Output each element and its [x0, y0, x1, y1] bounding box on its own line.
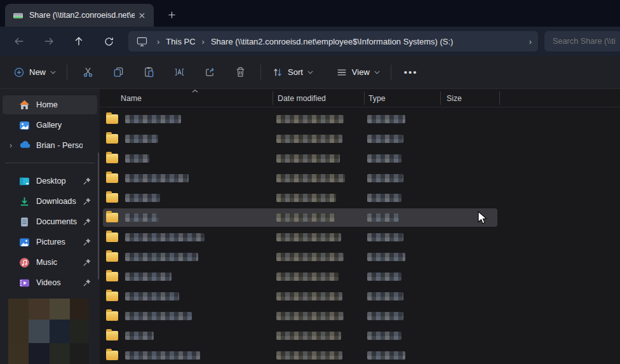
rename-button[interactable]: [166, 62, 192, 83]
column-separator[interactable]: [440, 91, 441, 105]
redacted-pixel: [8, 299, 29, 320]
redacted-date-modified: [276, 273, 339, 281]
window-body: HomeGallery›Brian - PersonalDesktopDownl…: [0, 89, 620, 364]
column-header-row: Name Date modified Type Size: [100, 89, 620, 107]
redacted-file-name: [125, 154, 149, 163]
redacted-file-type: [367, 273, 401, 281]
forward-button[interactable]: [38, 31, 60, 51]
column-header-name[interactable]: Name: [121, 94, 142, 103]
file-row-4[interactable]: [100, 168, 620, 188]
sidebar-item-music[interactable]: Music: [3, 253, 97, 272]
column-header-size[interactable]: Size: [447, 94, 462, 103]
sidebar-item-downloads[interactable]: Downloads: [3, 192, 97, 211]
paste-button[interactable]: [136, 62, 161, 83]
redacted-pixel: [70, 299, 89, 320]
redacted-pixel: [8, 320, 29, 343]
column-separator[interactable]: [499, 91, 500, 105]
onedrive-icon: [19, 140, 30, 151]
pin-icon: [83, 100, 91, 109]
tab-title: Share (\\titan2.conroeisd.net\e: [29, 11, 135, 20]
network-drive-icon: [13, 10, 24, 21]
pin-icon: [83, 177, 91, 185]
file-row-3[interactable]: [100, 149, 620, 168]
this-pc-icon: [136, 36, 148, 47]
view-button[interactable]: View: [330, 62, 386, 83]
pin-icon: [83, 238, 91, 246]
chevron-down-icon: [307, 71, 313, 74]
file-row-12[interactable]: [100, 326, 620, 346]
command-toolbar: New Sort: [0, 56, 620, 89]
redacted-date-modified: [276, 135, 342, 143]
sidebar-scrollbar[interactable]: [98, 152, 99, 280]
search-box[interactable]: [544, 31, 620, 51]
redacted-file-type: [367, 233, 403, 241]
cut-button[interactable]: [75, 62, 100, 83]
file-row-10[interactable]: [100, 286, 620, 306]
back-button[interactable]: [8, 31, 30, 51]
sidebar-item-label: Downloads: [36, 197, 83, 206]
share-button[interactable]: [197, 62, 222, 83]
file-row-2[interactable]: [100, 129, 620, 149]
file-explorer-window: Share (\\titan2.conroeisd.net\e › Th: [0, 0, 620, 364]
sidebar-item-brian-personal[interactable]: ›Brian - Personal: [3, 136, 97, 155]
column-header-date-modified[interactable]: Date modified: [278, 94, 326, 103]
sidebar-item-pictures[interactable]: Pictures: [3, 233, 97, 252]
more-options-button[interactable]: •••: [396, 67, 426, 78]
redacted-date-modified: [276, 351, 342, 360]
search-input[interactable]: [553, 37, 620, 46]
redacted-date-modified: [276, 233, 341, 241]
sidebar-item-gallery[interactable]: Gallery: [3, 116, 97, 135]
sort-button-label: Sort: [288, 67, 303, 77]
copy-button[interactable]: [105, 62, 131, 83]
sidebar-items: HomeGallery›Brian - PersonalDesktopDownl…: [0, 95, 100, 292]
redacted-pixel: [50, 343, 70, 364]
chevron-down-icon: [50, 71, 56, 74]
titlebar[interactable]: Share (\\titan2.conroeisd.net\e: [0, 0, 620, 27]
file-row-6[interactable]: [100, 208, 620, 227]
file-row-7[interactable]: [100, 227, 620, 247]
redacted-pixel: [50, 320, 70, 343]
sidebar-item-videos[interactable]: Videos: [3, 273, 97, 292]
redacted-sidebar-block: [8, 299, 89, 364]
sidebar: HomeGallery›Brian - PersonalDesktopDownl…: [0, 89, 100, 364]
explorer-tab[interactable]: Share (\\titan2.conroeisd.net\e: [5, 4, 154, 27]
sidebar-item-label: Pictures: [36, 238, 83, 246]
file-row-9[interactable]: [100, 267, 620, 286]
sort-button[interactable]: Sort: [266, 62, 319, 83]
new-button[interactable]: New: [8, 62, 62, 83]
redacted-file-name: [125, 135, 158, 143]
file-row-8[interactable]: [100, 247, 620, 267]
gallery-icon: [19, 120, 30, 131]
file-list: Name Date modified Type Size: [100, 89, 620, 364]
documents-icon: [19, 217, 30, 227]
breadcrumb-expand-chevron-icon[interactable]: ›: [529, 37, 532, 46]
file-row-11[interactable]: [100, 306, 620, 326]
redacted-date-modified: [276, 332, 341, 340]
refresh-button[interactable]: [98, 31, 119, 51]
column-header-type[interactable]: Type: [368, 94, 386, 103]
new-tab-button[interactable]: [164, 7, 179, 22]
file-row-13[interactable]: [100, 346, 620, 364]
file-row-5[interactable]: [100, 188, 620, 208]
file-row-1[interactable]: [100, 109, 620, 129]
redacted-file-type: [367, 194, 401, 202]
column-separator[interactable]: [364, 91, 365, 105]
redacted-file-type: [367, 332, 401, 340]
delete-button[interactable]: [227, 62, 253, 83]
pin-icon: [83, 258, 91, 267]
sidebar-item-home[interactable]: Home: [3, 95, 97, 114]
redacted-pixel: [29, 320, 50, 343]
redacted-date-modified: [276, 115, 344, 123]
sidebar-item-documents[interactable]: Documents: [3, 212, 97, 231]
toolbar-separator: [67, 65, 67, 80]
breadcrumb-this-pc[interactable]: This PC: [166, 37, 195, 46]
up-button[interactable]: [68, 31, 90, 51]
sidebar-item-desktop[interactable]: Desktop: [3, 172, 97, 191]
pictures-icon: [19, 237, 30, 248]
address-bar[interactable]: › This PC › Share (\\titan2.conroeisd.ne…: [128, 31, 538, 51]
tab-close-icon[interactable]: [135, 8, 149, 22]
column-separator[interactable]: [273, 91, 273, 105]
breadcrumb-share-path[interactable]: Share (\\titan2.conroeisd.net\employee$\…: [211, 37, 454, 46]
music-icon: [19, 257, 30, 268]
chevron-right-icon[interactable]: ›: [3, 141, 19, 150]
